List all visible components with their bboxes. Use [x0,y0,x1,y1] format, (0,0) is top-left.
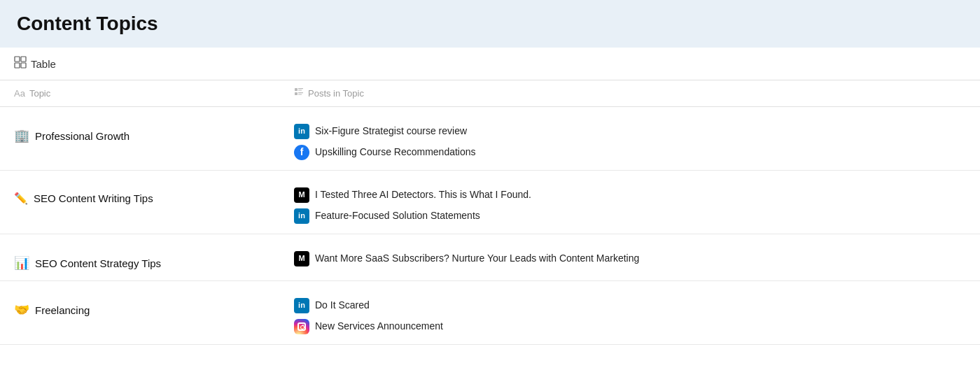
post-item[interactable]: f Upskilling Course Recommendations [294,145,847,160]
table-view-toggle[interactable]: Table [14,56,56,71]
post-item[interactable]: New Services Announcement [294,319,847,334]
extra-cell [861,234,980,281]
topic-name: Freelancing [35,304,90,316]
svg-rect-4 [295,88,298,91]
topic-name: Professional Growth [35,130,130,142]
post-text: Six-Figure Strategist course review [315,125,467,138]
linkedin-icon: in [294,298,309,313]
page-header: Content Topics [0,0,980,48]
posts-cell: M I Tested Three AI Detectors. This is W… [294,180,847,224]
post-text: I Tested Three AI Detectors. This is Wha… [315,188,531,202]
svg-rect-3 [21,63,26,68]
extra-cell [861,107,980,171]
page-title: Content Topics [17,13,963,35]
topic-name: SEO Content Strategy Tips [35,257,161,269]
pencil-icon: ✏️ [14,192,28,205]
post-item[interactable]: in Do It Scared [294,298,847,313]
extra-cell [861,171,980,234]
svg-rect-6 [298,90,302,90]
chart-icon: 📊 [14,255,29,271]
table-row: 🤝 Freelancing in Do It Scared New Servic… [0,281,980,345]
topic-header-icon: Aa [14,88,25,99]
posts-column-label: Posts in Topic [308,88,364,99]
posts-cell: in Six-Figure Strategist course review f… [294,117,847,160]
post-item[interactable]: M I Tested Three AI Detectors. This is W… [294,187,847,203]
post-text: Feature-Focused Solution Statements [315,209,480,223]
medium-icon: M [294,251,309,266]
topic-name: SEO Content Writing Tips [34,192,153,204]
post-text: New Services Announcement [315,320,443,334]
post-item[interactable]: in Six-Figure Strategist course review [294,124,847,139]
linkedin-icon: in [294,124,309,139]
posts-cell: in Do It Scared New Services Announcemen… [294,291,847,334]
table-row: 🏢 Professional Growth in Six-Figure Stra… [0,107,980,171]
posts-cell: M Want More SaaS Subscribers? Nurture Yo… [294,244,847,266]
table-label: Table [31,58,56,70]
table-row: 📊 SEO Content Strategy Tips M Want More … [0,234,980,281]
svg-rect-7 [295,92,298,95]
svg-rect-2 [15,63,20,68]
svg-rect-8 [298,92,303,93]
linkedin-icon: in [294,208,309,224]
topic-column-header: Aa Topic [0,80,280,107]
table-row: ✏️ SEO Content Writing Tips M I Tested T… [0,171,980,234]
svg-rect-0 [15,57,20,62]
topic-cell: 🏢 Professional Growth [14,117,266,143]
topic-cell: ✏️ SEO Content Writing Tips [14,180,266,205]
handshake-icon: 🤝 [14,302,29,318]
facebook-icon: f [294,145,309,160]
instagram-icon [294,319,309,334]
topic-column-label: Topic [29,88,50,99]
post-text: Want More SaaS Subscribers? Nurture Your… [315,252,639,266]
topic-cell: 🤝 Freelancing [14,291,266,318]
post-item[interactable]: M Want More SaaS Subscribers? Nurture Yo… [294,251,847,266]
medium-icon: M [294,187,309,203]
svg-rect-9 [298,94,302,94]
extra-column-header [861,80,980,107]
topic-cell: 📊 SEO Content Strategy Tips [14,244,266,271]
table-grid-icon [14,56,27,71]
post-text: Upskilling Course Recommendations [315,145,476,159]
toolbar: Table [0,48,980,80]
posts-header-icon [294,87,304,99]
extra-cell [861,281,980,345]
post-text: Do It Scared [315,299,370,313]
post-item[interactable]: in Feature-Focused Solution Statements [294,208,847,224]
svg-rect-1 [21,57,26,62]
svg-rect-5 [298,88,303,89]
building-icon: 🏢 [14,128,29,143]
posts-column-header: Posts in Topic [280,80,861,107]
